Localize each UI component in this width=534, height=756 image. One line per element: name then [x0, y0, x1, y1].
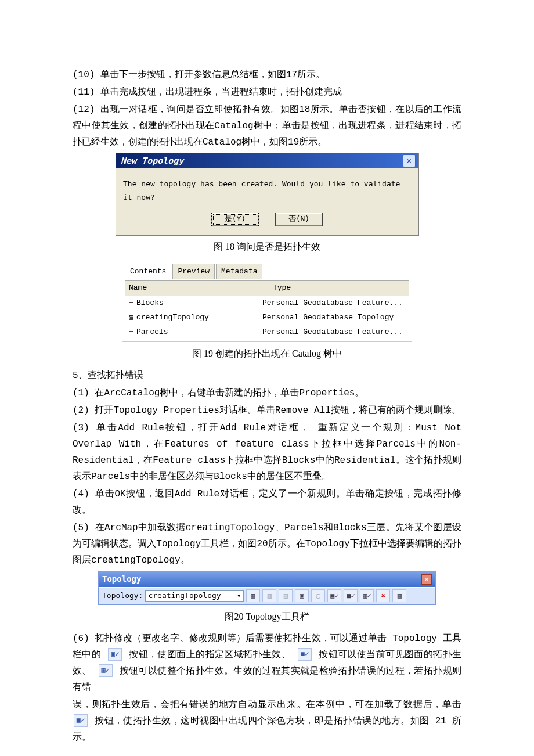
close-icon[interactable]: ✕ — [421, 574, 432, 585]
tab-metadata[interactable]: Metadata — [216, 264, 262, 280]
body-text: (11) 单击完成按钮，出现进程条，当进程结束时，拓扑创建完成 — [73, 84, 461, 100]
catalog-header: Name Type — [125, 280, 409, 296]
body-text: (4) 单击OK按钮，返回Add Rule对话框，定义了一个新规则。单击确定按钮… — [73, 486, 461, 519]
no-button[interactable]: 否(N) — [275, 213, 323, 226]
dialog-new-topology: New Topology ✕ The new topology has been… — [116, 153, 418, 235]
tool-icon[interactable]: ▦ — [392, 589, 406, 602]
catalog-row[interactable]: ▭Blocks Personal Geodatabase Feature... — [125, 296, 409, 311]
text-run: 按钮可以使整个拓扑生效。生效的过程其实就是检验拓扑错误的过程，若拓扑规则有错 — [73, 666, 461, 693]
figure-caption: 图 19 创建的拓扑出现在 Catalog 树中 — [73, 345, 461, 362]
validate-area-icon: ▣✓ — [74, 714, 88, 727]
body-text: 误，则拓扑生效后，会把有错误的地方自动显示出来。在本例中，可在加载了数据后，单击… — [73, 697, 461, 746]
catalog-tabs: Contents Preview Metadata — [125, 264, 409, 280]
text-run: 按钮，使拓扑生效，这时视图中出现四个深色方块，即是拓扑错误的地方。如图 21 所… — [73, 716, 461, 743]
text-run: 误，则拓扑生效后，会把有错误的地方自动显示出来。在本例中，可在加载了数据后，单击 — [73, 700, 461, 710]
row-type: Personal Geodatabase Feature... — [262, 326, 408, 339]
feature-icon: ▭ — [126, 297, 136, 310]
body-text: (2) 打开Topology Properties对话框。单击Remove Al… — [73, 402, 461, 419]
validate-visible-icon: ■✓ — [298, 648, 312, 661]
tool-icon[interactable]: ▢ — [311, 589, 325, 602]
row-type: Personal Geodatabase Topology — [262, 311, 408, 325]
body-text: (3) 单击Add Rule按钮，打开Add Rule对话框， 重新定义一个规则… — [73, 420, 461, 485]
feature-icon: ▭ — [126, 326, 136, 339]
topology-icon: ▧ — [126, 311, 136, 325]
validate-area-icon: ▣✓ — [108, 648, 122, 661]
figure-caption: 图20 Topology工具栏 — [73, 609, 461, 625]
validate-visible-icon[interactable]: ■✓ — [344, 589, 358, 602]
body-text: (5) 在ArcMap中加载数据creatingTopology、Parcels… — [73, 520, 461, 568]
dialog-title: New Topology — [121, 153, 183, 168]
tool-icon[interactable]: ▥ — [262, 589, 276, 602]
column-header-name: Name — [125, 281, 269, 296]
toolbar-title: Topology — [102, 572, 141, 586]
body-text: (1) 在ArcCatalog树中，右键单击新建的拓扑，单击Properties… — [73, 385, 461, 401]
text-run: 按钮，使图面上的指定区域拓扑生效、 — [129, 650, 291, 660]
chevron-down-icon: ▾ — [237, 589, 241, 603]
body-text: (6) 拓扑修改（更改名字、修改规则等）后需要使拓扑生效，可以通过单击 Topo… — [73, 631, 461, 696]
row-name: creatingTopology — [136, 313, 209, 322]
catalog-row[interactable]: ▧creatingTopology Personal Geodatabase T… — [125, 311, 409, 325]
body-text: (10) 单击下一步按钮，打开参数信息总结框，如图17所示。 — [73, 67, 461, 83]
select-value: creatingTopology — [148, 589, 221, 603]
row-name: Parcels — [136, 327, 168, 336]
topology-toolbar: Topology ✕ Topology: creatingTopology ▾ … — [98, 571, 436, 604]
column-header-type: Type — [269, 281, 409, 296]
catalog-panel: Contents Preview Metadata Name Type ▭Blo… — [122, 261, 412, 343]
dialog-titlebar: New Topology ✕ — [116, 153, 418, 168]
tab-contents[interactable]: Contents — [125, 264, 171, 280]
toolbar-titlebar: Topology ✕ — [99, 571, 435, 587]
row-type: Personal Geodatabase Feature... — [262, 297, 408, 310]
tab-preview[interactable]: Preview — [172, 264, 215, 280]
close-icon[interactable]: ✕ — [403, 154, 416, 167]
catalog-row[interactable]: ▭Parcels Personal Geodatabase Feature... — [125, 325, 409, 340]
dialog-message: The new topology has been created. Would… — [116, 168, 418, 209]
tool-icon[interactable]: ▤ — [279, 589, 293, 602]
row-name: Blocks — [136, 298, 164, 307]
toolbar-label: Topology: — [102, 589, 143, 603]
section-heading: 5、查找拓扑错误 — [73, 368, 461, 384]
tool-icon[interactable]: ▣ — [295, 589, 309, 602]
error-tool-icon[interactable]: ✖ — [376, 589, 390, 602]
topology-select[interactable]: creatingTopology ▾ — [145, 590, 244, 602]
validate-full-icon[interactable]: ▦✓ — [360, 589, 374, 602]
validate-area-icon[interactable]: ▣✓ — [327, 589, 341, 602]
body-text: (12) 出现一对话框，询问是否立即使拓扑有效。如图18所示。单击否按钮，在以后… — [73, 102, 461, 150]
figure-caption: 图 18 询问是否是拓扑生效 — [73, 239, 461, 255]
tool-icon[interactable]: ▦ — [246, 589, 260, 602]
yes-button[interactable]: 是(Y) — [211, 213, 259, 226]
validate-full-icon: ▦✓ — [99, 664, 113, 677]
